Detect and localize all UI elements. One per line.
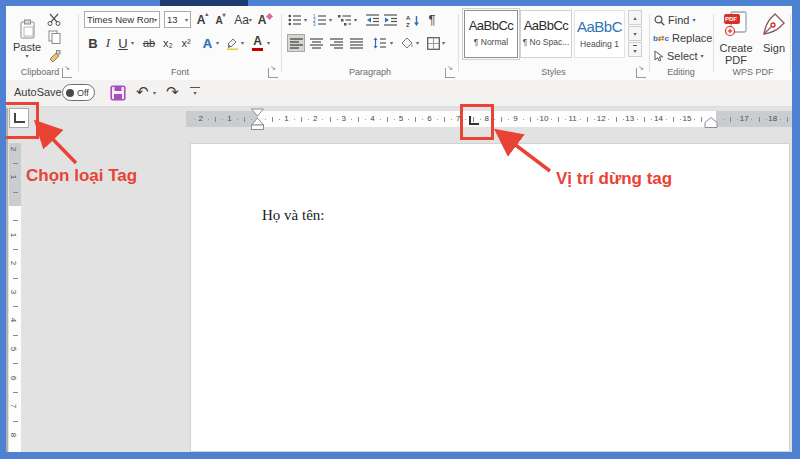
replace-label: Replace bbox=[672, 32, 712, 44]
chevron-down-icon[interactable]: ▾ bbox=[354, 17, 357, 23]
chevron-down-icon[interactable]: ▾ bbox=[267, 40, 270, 46]
autosave-state: Off bbox=[77, 88, 89, 98]
align-left-icon bbox=[290, 38, 303, 49]
redo-button[interactable]: ↷ bbox=[166, 84, 179, 99]
paint-bucket-icon bbox=[401, 37, 414, 50]
sign-button[interactable]: Sign bbox=[759, 10, 789, 72]
cut-button[interactable] bbox=[44, 11, 64, 27]
align-center-icon bbox=[310, 38, 323, 49]
borders-button[interactable] bbox=[425, 34, 441, 52]
strikethrough-button[interactable]: ab bbox=[140, 34, 158, 52]
styles-gallery-more-button[interactable]: ▾ bbox=[628, 42, 642, 57]
justify-button[interactable] bbox=[347, 34, 365, 52]
ruler-number: 17 bbox=[740, 114, 749, 123]
eraser-icon bbox=[266, 12, 273, 19]
multilevel-list-button[interactable] bbox=[337, 12, 353, 28]
wps-pdf-group-label: WPS PDF bbox=[715, 67, 791, 77]
find-button[interactable]: Find ▾ bbox=[654, 14, 695, 26]
chevron-down-icon[interactable]: ▾ bbox=[390, 40, 393, 46]
chevron-down-icon: ▾ bbox=[25, 53, 28, 59]
chevron-down-icon: ▾ bbox=[249, 17, 252, 23]
document-workspace: 211234567891011121314151718 2112345678 H… bbox=[6, 106, 792, 452]
style-card-normal[interactable]: AaBbCc ¶ Normal bbox=[464, 10, 518, 58]
italic-button[interactable]: I bbox=[102, 34, 114, 52]
styles-scroll-up-button[interactable]: ▴ bbox=[628, 10, 642, 25]
chevron-down-icon[interactable]: ▾ bbox=[416, 40, 419, 46]
superscript-label: x² bbox=[181, 37, 190, 49]
change-case-button[interactable]: Aa▾ bbox=[232, 11, 254, 29]
bold-button[interactable]: B bbox=[86, 34, 100, 52]
borders-grid-icon bbox=[427, 37, 440, 50]
chevron-down-icon[interactable]: ▾ bbox=[329, 17, 332, 23]
styles-dialog-launcher-icon[interactable] bbox=[636, 68, 646, 78]
align-center-button[interactable] bbox=[307, 34, 325, 52]
increase-indent-button[interactable] bbox=[383, 12, 399, 28]
undo-chevron-icon[interactable]: ▾ bbox=[153, 90, 156, 96]
align-left-button[interactable] bbox=[287, 34, 305, 52]
caret-up-icon: ▴ bbox=[205, 11, 208, 17]
numbering-button[interactable]: 123 bbox=[312, 12, 328, 28]
decrease-indent-button[interactable] bbox=[365, 12, 381, 28]
toggle-knob bbox=[66, 89, 74, 97]
clear-formatting-label: A bbox=[258, 13, 267, 27]
grow-font-button[interactable]: A▴ bbox=[194, 11, 211, 29]
styles-scroll-down-button[interactable]: ▾ bbox=[628, 26, 642, 41]
font-color-button[interactable]: A bbox=[250, 34, 265, 52]
clear-formatting-button[interactable]: A bbox=[256, 11, 274, 29]
chevron-down-icon[interactable]: ▾ bbox=[241, 40, 244, 46]
bullets-button[interactable] bbox=[287, 12, 303, 28]
text-effects-button[interactable]: A bbox=[200, 34, 215, 52]
chevron-down-icon[interactable]: ▾ bbox=[442, 40, 445, 46]
indent-markers[interactable] bbox=[250, 108, 265, 132]
line-spacing-button[interactable] bbox=[371, 34, 389, 52]
vertical-ruler[interactable]: 2112345678 bbox=[9, 143, 21, 452]
create-pdf-button[interactable]: PDF Create PDF bbox=[716, 10, 756, 72]
clipboard-dialog-launcher-icon[interactable] bbox=[62, 68, 72, 78]
wps-pdf-group: PDF Create PDF Sign WPS PDF bbox=[715, 6, 791, 80]
copy-icon bbox=[48, 30, 61, 44]
ribbon: Paste ▾ Clipboard bbox=[6, 6, 792, 81]
ruler-number: 15 bbox=[683, 114, 692, 123]
format-painter-button[interactable] bbox=[44, 48, 64, 66]
shrink-font-button[interactable]: A▾ bbox=[212, 12, 229, 30]
autosave-toggle[interactable]: Off bbox=[62, 84, 95, 101]
paste-button[interactable]: Paste ▾ bbox=[12, 10, 42, 68]
style-name: Heading 1 bbox=[575, 39, 624, 49]
sort-button[interactable]: AZ bbox=[404, 12, 422, 28]
styles-group: AaBbCc ¶ Normal AaBbCc ¶ No Spac... AaBb… bbox=[460, 6, 647, 80]
change-case-label: Aa bbox=[234, 13, 249, 27]
chevron-down-icon[interactable]: ▾ bbox=[304, 17, 307, 23]
select-button[interactable]: Select ▾ bbox=[654, 50, 704, 62]
style-card-no-spacing[interactable]: AaBbCc ¶ No Spac... bbox=[520, 10, 572, 58]
font-name-select[interactable]: Times New Roma ▾ bbox=[84, 11, 160, 28]
align-right-button[interactable] bbox=[327, 34, 345, 52]
tab-stop-annotation-label: Vị trí dừng tag bbox=[556, 169, 672, 189]
underline-button[interactable]: U bbox=[116, 34, 130, 52]
right-indent-marker[interactable] bbox=[704, 117, 718, 129]
font-dialog-launcher-icon[interactable] bbox=[268, 68, 278, 78]
font-size-value: 13 bbox=[167, 14, 178, 25]
chevron-down-icon[interactable]: ▾ bbox=[131, 40, 134, 46]
chevron-down-icon: ▾ bbox=[154, 17, 157, 23]
highlight-color-button[interactable] bbox=[224, 34, 240, 52]
style-card-heading1[interactable]: AaBbC Heading 1 bbox=[574, 10, 625, 58]
pilcrow-icon: ¶ bbox=[429, 12, 436, 27]
create-pdf-label-line1: Create bbox=[719, 42, 752, 54]
font-size-select[interactable]: 13 ▾ bbox=[164, 11, 191, 28]
subscript-label: x₂ bbox=[163, 37, 173, 49]
show-hide-pilcrow-button[interactable]: ¶ bbox=[425, 11, 439, 28]
subscript-button[interactable]: x₂ bbox=[160, 34, 176, 52]
undo-button[interactable]: ↶ bbox=[136, 84, 149, 99]
save-button[interactable] bbox=[110, 85, 126, 101]
chevron-down-icon: ▾ bbox=[692, 17, 695, 23]
paragraph-dialog-launcher-icon[interactable] bbox=[445, 68, 455, 78]
left-edge-strip bbox=[6, 108, 8, 452]
copy-button[interactable] bbox=[44, 29, 64, 45]
shading-button[interactable] bbox=[399, 34, 415, 52]
multilevel-list-icon bbox=[338, 14, 352, 26]
chevron-down-icon[interactable]: ▾ bbox=[216, 40, 219, 46]
superscript-button[interactable]: x² bbox=[178, 34, 194, 52]
qat-overflow-button[interactable]: ▾ bbox=[190, 87, 200, 96]
document-page[interactable]: Họ và tên: bbox=[190, 143, 790, 452]
replace-button[interactable]: b⇄c Replace bbox=[653, 32, 712, 44]
